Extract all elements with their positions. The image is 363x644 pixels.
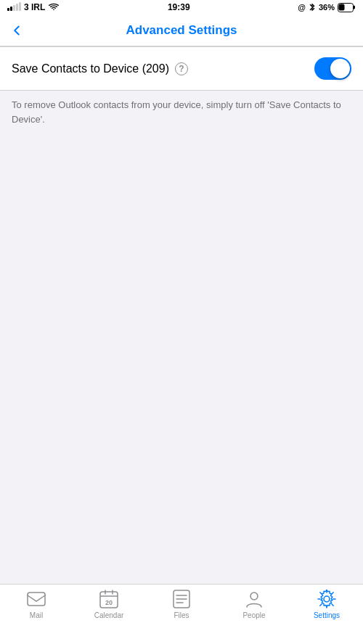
tab-item-people[interactable]: People bbox=[218, 589, 290, 619]
tab-item-files[interactable]: Files bbox=[145, 589, 218, 619]
svg-point-13 bbox=[250, 593, 258, 600]
back-button[interactable] bbox=[9, 22, 25, 38]
description-section: To remove Outlook contacts from your dev… bbox=[0, 91, 363, 138]
status-left: 3 IRL bbox=[7, 2, 60, 12]
battery-percent: 36% bbox=[319, 3, 335, 12]
battery-icon bbox=[338, 3, 356, 12]
people-tab-label: People bbox=[242, 611, 265, 619]
svg-rect-1 bbox=[354, 5, 356, 9]
settings-row-left: Save Contacts to Device (209) ? bbox=[12, 62, 188, 75]
status-bar: 3 IRL 19:39 @ 36% bbox=[0, 0, 363, 15]
signal-strength bbox=[7, 2, 21, 12]
settings-section: Save Contacts to Device (209) ? bbox=[0, 46, 363, 91]
save-contacts-label: Save Contacts to Device (209) bbox=[12, 62, 169, 75]
location-icon: @ bbox=[298, 3, 306, 12]
tab-bar: Mail 20 Calendar Files bbox=[0, 584, 363, 644]
description-text: To remove Outlook contacts from your dev… bbox=[12, 98, 351, 126]
carrier-label: 3 IRL bbox=[24, 2, 45, 12]
settings-tab-label: Settings bbox=[314, 611, 340, 619]
nav-bar: Advanced Settings bbox=[0, 15, 363, 46]
wifi-icon bbox=[48, 3, 60, 12]
save-contacts-toggle[interactable] bbox=[314, 57, 351, 80]
svg-rect-3 bbox=[28, 593, 45, 606]
tab-item-settings[interactable]: Settings bbox=[290, 589, 363, 619]
tab-item-calendar[interactable]: 20 Calendar bbox=[73, 589, 145, 619]
svg-rect-2 bbox=[339, 4, 345, 10]
svg-text:20: 20 bbox=[105, 599, 113, 606]
status-center: 19:39 bbox=[168, 2, 190, 12]
nav-title: Advanced Settings bbox=[126, 23, 237, 38]
toggle-thumb bbox=[330, 59, 350, 78]
status-right: @ 36% bbox=[298, 2, 356, 12]
time-display: 19:39 bbox=[168, 2, 190, 12]
svg-point-14 bbox=[324, 596, 330, 602]
files-icon bbox=[171, 589, 192, 609]
save-contacts-row: Save Contacts to Device (209) ? bbox=[0, 47, 363, 90]
bluetooth-icon bbox=[309, 2, 316, 12]
people-icon bbox=[244, 589, 264, 609]
files-tab-label: Files bbox=[174, 611, 189, 619]
help-icon[interactable]: ? bbox=[175, 62, 188, 75]
tab-item-mail[interactable]: Mail bbox=[0, 589, 73, 619]
calendar-tab-label: Calendar bbox=[94, 611, 124, 619]
settings-icon bbox=[317, 589, 337, 609]
main-content: Save Contacts to Device (209) ? To remov… bbox=[0, 46, 363, 584]
mail-tab-label: Mail bbox=[30, 611, 43, 619]
mail-icon bbox=[26, 589, 46, 609]
calendar-icon: 20 bbox=[99, 589, 119, 609]
